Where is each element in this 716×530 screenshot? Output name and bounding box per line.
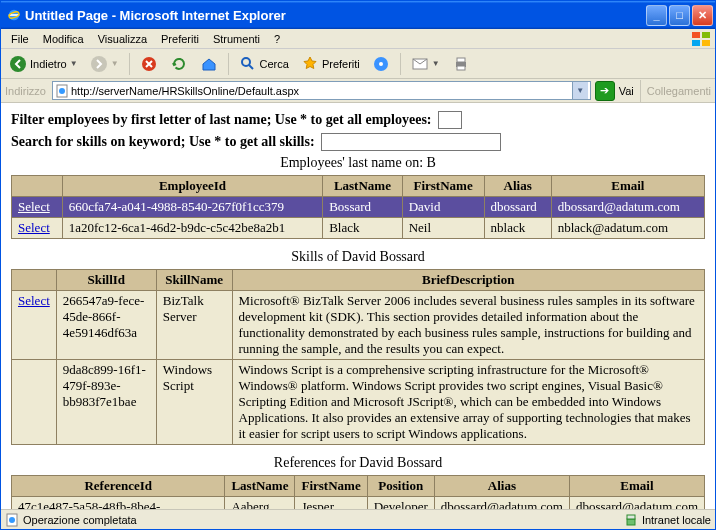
col-email: Email (551, 176, 704, 197)
search-icon (239, 55, 257, 73)
menu-favorites[interactable]: Preferiti (155, 32, 205, 46)
cell-lastname: Bossard (323, 197, 402, 218)
col-briefdescription: BriefDescription (232, 270, 705, 291)
menu-file[interactable]: File (5, 32, 35, 46)
cell-skillname: BizTalk Server (156, 291, 232, 360)
cell-briefdescription: Windows Script is a comprehensive script… (232, 360, 705, 445)
media-button[interactable] (368, 53, 394, 75)
col-email: Email (569, 476, 704, 497)
back-arrow-icon (9, 55, 27, 73)
links-label: Collegamenti (647, 85, 711, 97)
star-icon (301, 55, 319, 73)
skills-grid: SkillId SkillName BriefDescription Selec… (11, 269, 705, 445)
col-employeeid: EmployeeId (62, 176, 322, 197)
zone-text: Intranet locale (642, 514, 711, 526)
svg-point-6 (10, 56, 26, 72)
back-button[interactable]: Indietro ▼ (5, 53, 82, 75)
filter-lastname-label: Filter employees by first letter of last… (11, 112, 432, 128)
col-referenceid: ReferenceId (12, 476, 225, 497)
address-bar: Indirizzo http://serverName/HRSkillsOnli… (1, 79, 715, 103)
cell-email: nblack@adatum.com (551, 218, 704, 239)
home-button[interactable] (196, 53, 222, 75)
col-position: Position (367, 476, 434, 497)
minimize-button[interactable]: _ (646, 5, 667, 26)
cell-firstname: David (402, 197, 484, 218)
filter-skills-input[interactable] (321, 133, 501, 151)
employees-caption: Employees' last name on: B (11, 155, 705, 171)
employee-row: Select 660cfa74-a041-4988-8540-267f0f1cc… (12, 197, 705, 218)
svg-rect-4 (692, 40, 700, 46)
windows-logo-icon (691, 31, 711, 47)
cell-alias: dbossard (484, 197, 551, 218)
menu-edit[interactable]: Modifica (37, 32, 90, 46)
select-link[interactable]: Select (18, 220, 50, 235)
svg-rect-21 (627, 515, 635, 519)
ie-logo-icon (7, 8, 21, 22)
cell-skillid: 266547a9-fece-45de-866f-4e59146df63a (56, 291, 156, 360)
skill-row: 9da8c899-16f1-479f-893e-bb983f7e1bae Win… (12, 360, 705, 445)
print-button[interactable] (448, 53, 474, 75)
status-bar: Operazione completata Intranet locale (1, 509, 715, 529)
refresh-icon (170, 55, 188, 73)
page-icon (55, 84, 69, 98)
cell-employeeid: 660cfa74-a041-4988-8540-267f0f1cc379 (62, 197, 322, 218)
svg-point-17 (59, 88, 65, 94)
favorites-button[interactable]: Preferiti (297, 53, 364, 75)
select-link[interactable]: Select (18, 199, 50, 214)
cell-alias: nblack (484, 218, 551, 239)
menu-help[interactable]: ? (268, 32, 286, 46)
col-skillid: SkillId (56, 270, 156, 291)
mail-button[interactable]: ▼ (407, 53, 444, 75)
svg-rect-3 (702, 32, 710, 38)
address-input[interactable]: http://serverName/HRSkillsOnline/Default… (52, 81, 591, 100)
maximize-button[interactable]: □ (669, 5, 690, 26)
home-icon (200, 55, 218, 73)
window-title: Untitled Page - Microsoft Internet Explo… (25, 8, 286, 23)
forward-button[interactable]: ▼ (86, 53, 123, 75)
page-content: Filter employees by first letter of last… (1, 103, 715, 513)
svg-point-9 (242, 58, 250, 66)
svg-point-19 (9, 517, 15, 523)
svg-point-11 (379, 62, 383, 66)
employee-row: Select 1a20fc12-6ca1-46d2-b9dc-c5c42be8a… (12, 218, 705, 239)
menu-bar: File Modifica Visualizza Preferiti Strum… (1, 29, 715, 49)
filter-skills-label: Search for skills on keyword; Use * to g… (11, 134, 315, 150)
mail-icon (411, 55, 429, 73)
svg-rect-14 (457, 58, 465, 62)
search-button[interactable]: Cerca (235, 53, 293, 75)
zone-icon (624, 513, 638, 527)
menu-tools[interactable]: Strumenti (207, 32, 266, 46)
col-alias: Alias (484, 176, 551, 197)
skill-row: Select 266547a9-fece-45de-866f-4e59146df… (12, 291, 705, 360)
svg-rect-15 (457, 66, 465, 70)
menu-view[interactable]: Visualizza (92, 32, 153, 46)
skills-caption: Skills of David Bossard (11, 249, 705, 265)
col-alias: Alias (434, 476, 569, 497)
cell-email: dbossard@adatum.com (551, 197, 704, 218)
references-grid: ReferenceId LastName FirstName Position … (11, 475, 705, 513)
stop-button[interactable] (136, 53, 162, 75)
svg-rect-2 (692, 32, 700, 38)
refresh-button[interactable] (166, 53, 192, 75)
svg-rect-20 (627, 519, 635, 525)
col-select (12, 176, 63, 197)
col-lastname: LastName (225, 476, 295, 497)
cell-employeeid: 1a20fc12-6ca1-46d2-b9dc-c5c42be8a2b1 (62, 218, 322, 239)
window-titlebar: Untitled Page - Microsoft Internet Explo… (1, 1, 715, 29)
col-select (12, 270, 57, 291)
close-button[interactable]: ✕ (692, 5, 713, 26)
done-icon (5, 513, 19, 527)
select-link[interactable]: Select (18, 293, 50, 308)
go-button[interactable]: ➔ (595, 81, 615, 101)
filter-lastname-input[interactable] (438, 111, 462, 129)
forward-arrow-icon (90, 55, 108, 73)
col-firstname: FirstName (402, 176, 484, 197)
go-label: Vai (619, 85, 634, 97)
cell-skillid: 9da8c899-16f1-479f-893e-bb983f7e1bae (56, 360, 156, 445)
cell-briefdescription: Microsoft® BizTalk Server 2006 includes … (232, 291, 705, 360)
col-skillname: SkillName (156, 270, 232, 291)
references-caption: References for David Bossard (11, 455, 705, 471)
cell-lastname: Black (323, 218, 402, 239)
status-text: Operazione completata (23, 514, 137, 526)
address-dropdown[interactable]: ▼ (572, 82, 588, 99)
